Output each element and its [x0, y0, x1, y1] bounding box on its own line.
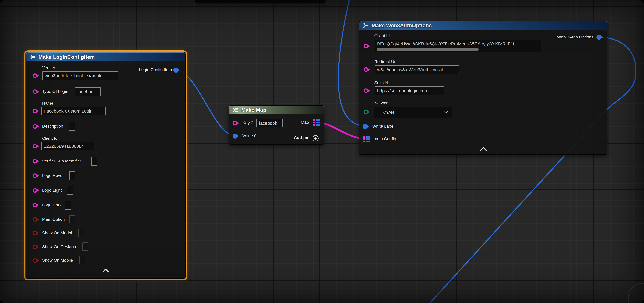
- pin-label-description: Description: [42, 124, 63, 129]
- pin-type-of-login-input[interactable]: [32, 89, 38, 94]
- pin-label-white-label: White Label: [372, 124, 394, 129]
- pin-label-client-id: Client Id: [374, 34, 390, 38]
- pin-label-logo-light: Logo Light: [42, 188, 62, 193]
- redirect-url-field[interactable]: w3a://com.w3a.Web3AuthUnreal: [374, 66, 459, 74]
- pin-label-show-on-desktop: Show On Desktop: [42, 244, 76, 249]
- pin-label-show-on-mobile: Show On Mobile: [42, 258, 73, 263]
- show-on-mobile-checkbox[interactable]: [79, 256, 86, 264]
- logo-dark-field[interactable]: [65, 201, 71, 210]
- show-on-modal-checkbox[interactable]: [78, 228, 84, 237]
- pin-verifier-sub-identifier-input[interactable]: [32, 159, 38, 164]
- pin-logo-dark-input[interactable]: [32, 202, 38, 208]
- pin-label-type-of-login: Type Of Login: [42, 89, 68, 94]
- pin-web3auth-options-output[interactable]: [596, 35, 602, 40]
- pin-label-network: Network: [374, 100, 390, 105]
- chevron-up-icon[interactable]: [102, 268, 109, 276]
- pin-show-on-mobile-input[interactable]: [32, 258, 38, 263]
- pin-label-redirect-url: Redirect Url: [374, 59, 396, 64]
- name-field[interactable]: Facebook Custom Login: [41, 107, 106, 116]
- pin-label-client-id: Client Id: [42, 136, 58, 141]
- chevron-down-icon: [444, 110, 448, 114]
- pin-client-id-input[interactable]: [32, 144, 38, 149]
- output-label-login-config-item: Login Config Item: [139, 67, 172, 72]
- pin-label-name: Name: [42, 101, 53, 106]
- pin-show-on-modal-input[interactable]: [32, 230, 38, 236]
- pin-logo-light-input[interactable]: [32, 188, 38, 193]
- node-header-make-loginconfigitem[interactable]: Make LoginConfigItem: [26, 52, 185, 62]
- sdk-url-field[interactable]: https://sdk.openlogin.com: [374, 86, 444, 95]
- chevron-up-icon[interactable]: [480, 147, 487, 154]
- pin-label-sdk-url: Sdk Url: [374, 80, 388, 85]
- show-on-desktop-checkbox[interactable]: [82, 242, 88, 251]
- pin-white-label-input[interactable]: [362, 124, 368, 129]
- main-option-checkbox[interactable]: [70, 215, 76, 224]
- node-header-make-web3authoptions[interactable]: Make Web3AuthOptions: [359, 21, 607, 30]
- pin-label-key0: Key 0: [242, 120, 253, 125]
- pin-description-input[interactable]: [32, 124, 38, 129]
- pin-main-option-input[interactable]: [32, 217, 38, 222]
- circle-plus-icon[interactable]: [312, 135, 318, 141]
- pin-map-output[interactable]: [313, 119, 320, 126]
- type-of-login-field[interactable]: facebook: [75, 87, 101, 96]
- pin-value0-input[interactable]: [232, 134, 238, 138]
- verifier-sub-identifier-field[interactable]: [91, 157, 98, 166]
- pin-key0-input[interactable]: [232, 120, 238, 126]
- node-title: Make Map: [241, 107, 266, 113]
- make-struct-icon: [30, 54, 36, 60]
- node-title: Make Web3AuthOptions: [372, 22, 432, 28]
- pin-client-id-input[interactable]: [363, 44, 368, 49]
- output-label-map: Map: [301, 120, 309, 125]
- node-title: Make LoginConfigItem: [38, 54, 95, 60]
- output-label-web3auth-options: Web 3Auth Options: [557, 35, 594, 40]
- logo-light-field[interactable]: [67, 186, 73, 195]
- pin-logo-hover-input[interactable]: [32, 173, 38, 178]
- pin-label-value0: Value 0: [242, 134, 256, 138]
- horizontal-scrollbar[interactable]: [376, 48, 479, 51]
- blueprint-canvas[interactable]: Make LoginConfigItem Login Config Item V…: [0, 0, 644, 303]
- pin-login-config-input[interactable]: [363, 136, 370, 142]
- logo-hover-field[interactable]: [69, 171, 76, 180]
- pin-name-input[interactable]: [32, 108, 38, 114]
- node-make-map[interactable]: Make Map Key 0 facebook Map Value 0 Add …: [229, 105, 324, 144]
- key0-field[interactable]: facebook: [256, 119, 283, 128]
- node-header-make-map[interactable]: Make Map: [229, 106, 324, 114]
- verifier-field[interactable]: web3auth-facebook-example: [42, 72, 118, 80]
- pin-network-input[interactable]: [363, 110, 368, 114]
- pin-label-verifier: Verifier: [42, 66, 55, 70]
- pin-label-logo-dark: Logo Dark: [42, 202, 62, 208]
- pin-sdk-url-input[interactable]: [363, 88, 368, 93]
- offscreen-node-corner: [628, 283, 644, 303]
- node-make-web3authoptions[interactable]: Make Web3AuthOptions Web 3Auth Options C…: [359, 20, 607, 155]
- make-map-icon: [232, 107, 238, 113]
- pin-label-main-option: Main Option: [42, 217, 65, 222]
- offscreen-node-bottom-edge: [195, 0, 326, 3]
- description-field[interactable]: [69, 122, 75, 131]
- pin-label-logo-hover: Logo Hover: [42, 173, 64, 178]
- pin-login-config-item-output[interactable]: [173, 68, 178, 73]
- add-pin-button[interactable]: Add pin: [294, 135, 310, 140]
- make-struct-icon: [362, 22, 369, 28]
- client-id-field[interactable]: 1222658941886084: [41, 142, 94, 150]
- node-make-loginconfigitem[interactable]: Make LoginConfigItem Login Config Item V…: [26, 52, 186, 279]
- pin-verifier-input[interactable]: [32, 73, 38, 78]
- pin-show-on-desktop-input[interactable]: [32, 244, 38, 250]
- network-select[interactable]: CYAN: [374, 106, 452, 118]
- pin-label-show-on-modal: Show On Modal: [42, 230, 72, 235]
- pin-redirect-url-input[interactable]: [363, 67, 368, 72]
- client-id-field[interactable]: BEglQSgt4cUWcj6SKRdu5QkOXTsePmMcusG5EAoy…: [374, 40, 541, 52]
- pin-label-login-config: Login Config: [372, 136, 396, 141]
- pin-label-verifier-sub-identifier: Verifier Sub Identifier: [42, 159, 81, 164]
